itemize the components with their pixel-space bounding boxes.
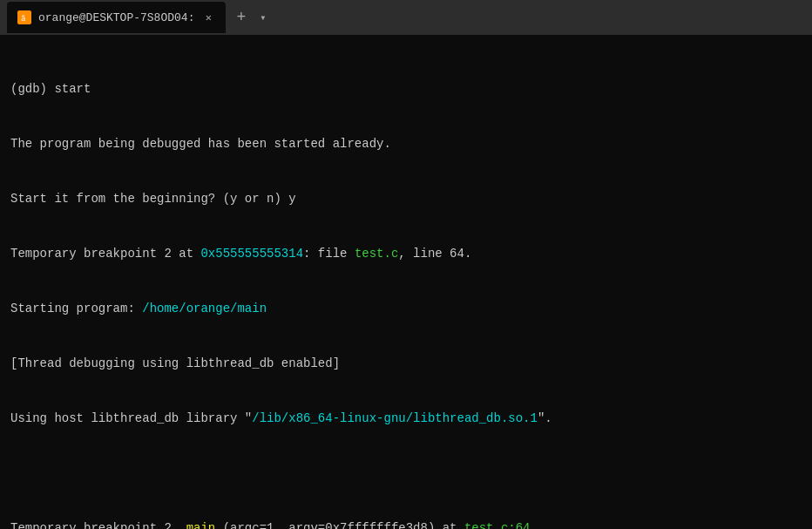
tab-close-button[interactable]: ✕: [201, 10, 215, 24]
new-tab-button[interactable]: +: [229, 9, 253, 26]
svg-text:ã: ã: [21, 14, 25, 23]
terminal-line-9: Temporary breakpoint 2, main (argc=1, ar…: [10, 519, 802, 529]
terminal-content[interactable]: (gdb) start The program being debugged h…: [0, 35, 812, 529]
terminal-window: ã orange@DESKTOP-7S8OD04: ✕ + ▾ (gdb) st…: [0, 0, 812, 529]
title-bar: ã orange@DESKTOP-7S8OD04: ✕ + ▾: [0, 0, 812, 35]
terminal-line-5: Starting program: /home/orange/main: [10, 300, 802, 318]
terminal-tab[interactable]: ã orange@DESKTOP-7S8OD04: ✕: [7, 2, 226, 33]
terminal-tab-icon: ã: [17, 10, 31, 24]
terminal-line-6: [Thread debugging using libthread_db ena…: [10, 355, 802, 373]
terminal-line-8: [10, 465, 802, 483]
terminal-line-4: Temporary breakpoint 2 at 0x555555555314…: [10, 245, 802, 263]
terminal-line-7: Using host libthread_db library "/lib/x8…: [10, 410, 802, 428]
terminal-line-2: The program being debugged has been star…: [10, 135, 802, 153]
terminal-line-1: (gdb) start: [10, 80, 802, 98]
terminal-tab-label: orange@DESKTOP-7S8OD04:: [38, 11, 194, 24]
terminal-line-3: Start it from the beginning? (y or n) y: [10, 190, 802, 208]
tab-dropdown-button[interactable]: ▾: [256, 11, 269, 24]
